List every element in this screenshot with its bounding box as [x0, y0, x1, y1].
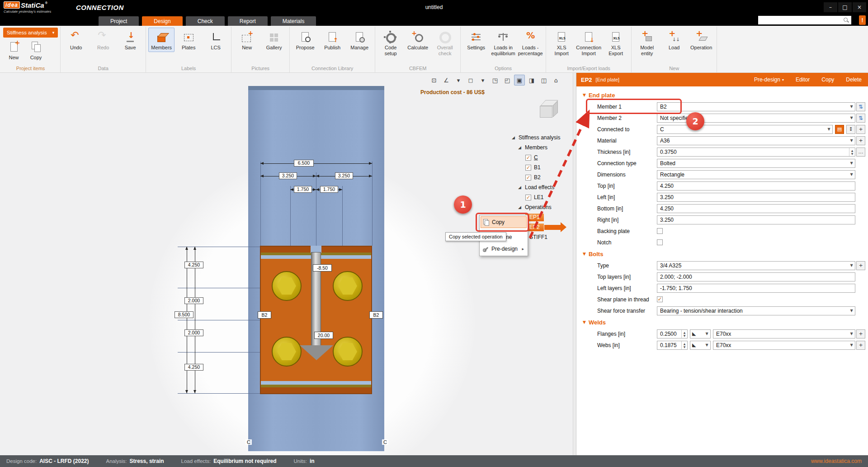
weld-type-icon-select[interactable]: ◣▼ — [690, 341, 711, 350]
tree-item-stiffness-analysis[interactable]: ◢Stiffness analysis — [512, 133, 576, 143]
field-member-1[interactable]: B2▼ — [657, 102, 855, 111]
context-menu-item-pre-design[interactable]: Pre-design▸ — [481, 243, 527, 255]
field-webs-in[interactable]: 0.1875▲▼ — [657, 341, 688, 350]
viewport-toolbar-view-top[interactable]: ◰ — [502, 75, 513, 86]
viewport-toolbar-dimensions-dropdown[interactable]: ▾ — [453, 75, 464, 86]
panel-action-copy[interactable]: Copy — [821, 76, 834, 83]
field-webs-in-electrode[interactable]: E70xx▼ — [713, 341, 855, 350]
ribbon-button-members[interactable]: Members — [148, 28, 175, 52]
website-link[interactable]: www.ideastatica.com — [811, 458, 862, 464]
ribbon-button-loads-percentage[interactable]: Loads - percentage — [517, 28, 543, 57]
bolt[interactable] — [272, 337, 302, 367]
panel-splitter[interactable] — [573, 73, 576, 455]
viewport-toolbar-view-solid[interactable]: ▣ — [514, 75, 525, 86]
notification-button[interactable]: ! — [859, 15, 866, 25]
field-connected-to[interactable]: C▼ — [657, 125, 833, 134]
tree-item-b2[interactable]: ✓B2 — [512, 172, 576, 182]
ribbon-button-gallery[interactable]: Gallery — [261, 28, 287, 52]
tab-materials[interactable]: Materials — [271, 16, 316, 26]
panel-action-editor[interactable]: Editor — [796, 76, 810, 83]
ribbon-button-propose[interactable]: Propose — [292, 28, 318, 52]
context-menu-item-copy[interactable]: Copy — [481, 216, 527, 228]
tree-item-members[interactable]: ◢Members — [512, 143, 576, 152]
search-box[interactable] — [758, 16, 851, 24]
field-material[interactable]: A36▼ — [657, 136, 855, 145]
navigation-cube-front[interactable] — [540, 106, 552, 118]
minimize-button[interactable]: – — [824, 2, 837, 12]
field-type[interactable]: 3/4 A325▼ — [657, 261, 855, 270]
ribbon-button-undo[interactable]: Undo — [63, 28, 89, 52]
ribbon-button-lcs[interactable]: LCS — [203, 28, 229, 52]
ribbon-button-xls-export[interactable]: XLS Export — [603, 28, 629, 57]
tree-item-le1[interactable]: ✓LE1 — [512, 192, 576, 202]
viewport-toolbar-view-axonometry[interactable]: ◳ — [490, 75, 500, 86]
ribbon-button-xls-import[interactable]: XLS Import — [548, 28, 575, 57]
add-button[interactable]: + — [856, 125, 865, 134]
add-button[interactable]: + — [856, 261, 865, 270]
viewport-toolbar-dimensions-toggle[interactable]: ∠ — [441, 75, 452, 86]
ribbon-button-manage[interactable]: Manage — [346, 28, 373, 52]
field-thickness-in[interactable]: 0.3750▲▼ — [657, 148, 855, 157]
field-shear-force-transfer[interactable]: Bearing - tension/shear interaction▼ — [657, 306, 855, 315]
tree-checkbox[interactable]: ✓ — [525, 155, 531, 161]
bolt[interactable] — [333, 271, 363, 301]
close-button[interactable]: × — [853, 2, 866, 12]
field-left-in[interactable]: 3.250 — [657, 193, 855, 202]
field-member-2[interactable]: Not specified▼ — [657, 114, 855, 123]
ribbon-button-copy[interactable]: Copy — [25, 39, 47, 62]
ribbon-button-operation[interactable]: Operation — [688, 28, 714, 52]
panel-action-delete[interactable]: Delete — [846, 76, 862, 83]
ribbon-button-loads-in-equilibrium[interactable]: Loads in equilibrium — [490, 28, 516, 57]
field-right-in[interactable]: 3.250 — [657, 215, 855, 224]
tree-checkbox[interactable]: ✓ — [525, 175, 531, 181]
ribbon-button-connection-import[interactable]: Connection Import — [576, 28, 602, 57]
search-input[interactable] — [760, 18, 843, 23]
field-connection-type[interactable]: Bolted▼ — [657, 159, 855, 168]
direction-button[interactable]: ↕ — [846, 125, 855, 134]
ribbon-button-publish[interactable]: Publish — [319, 28, 345, 52]
field-flanges-in[interactable]: 0.2500▲▼ — [657, 329, 688, 338]
plate-edit-button[interactable]: ▤ — [835, 125, 844, 134]
viewport-toolbar-selection-mode[interactable]: ◻ — [465, 75, 476, 86]
tree-item-c[interactable]: ✓C — [512, 152, 576, 162]
field-notch[interactable] — [657, 239, 663, 245]
viewport-toolbar-fit-view[interactable]: ⊡ — [429, 75, 439, 86]
bolt[interactable] — [333, 337, 363, 367]
ribbon-button-model-entity[interactable]: Model entity — [634, 28, 660, 57]
field-top-layers-in[interactable]: 2.000; -2.000 — [657, 272, 855, 281]
field-bottom-in[interactable]: 4.250 — [657, 204, 855, 213]
section-end-plate[interactable]: ▼End plate — [576, 89, 868, 101]
navigation-cube[interactable] — [533, 95, 562, 124]
ribbon-button-calculate[interactable]: Calculate — [405, 28, 431, 52]
bolt[interactable] — [272, 271, 302, 301]
section-welds[interactable]: ▼Welds — [576, 316, 868, 328]
field-flanges-in-electrode[interactable]: E70xx▼ — [713, 329, 855, 338]
weld-type-icon-select[interactable]: ◣▼ — [690, 329, 711, 338]
ribbon-button-settings[interactable]: Settings — [463, 28, 489, 52]
tree-item-operations[interactable]: ◢Operations — [512, 202, 576, 212]
viewport-canvas[interactable]: 6.500 3.250 3.250 1.750 1.750 4.250 2.00… — [0, 73, 576, 455]
viewport-toolbar-selection-dropdown[interactable]: ▾ — [477, 75, 488, 86]
tree-checkbox[interactable]: ✓ — [525, 195, 531, 200]
tab-project[interactable]: Project — [99, 16, 139, 26]
more-button[interactable]: … — [856, 148, 865, 157]
viewport-toolbar-home-view[interactable]: ⌂ — [551, 75, 561, 86]
ribbon-button-plates[interactable]: Plates — [175, 28, 202, 52]
viewport-toolbar-view-wireframe[interactable]: ◫ — [538, 75, 549, 86]
ribbon-button-new[interactable]: New — [3, 39, 24, 62]
tab-design[interactable]: Design — [142, 16, 182, 26]
section-bolts[interactable]: ▼Bolts — [576, 248, 868, 260]
field-top-in[interactable]: 4.250 — [657, 181, 855, 191]
viewport-toolbar-view-shaded[interactable]: ◨ — [526, 75, 537, 86]
field-left-layers-in[interactable]: -1.750; 1.750 — [657, 284, 855, 293]
ribbon-button-new[interactable]: New — [234, 28, 260, 52]
panel-action-pre-design[interactable]: Pre-design▾ — [754, 76, 784, 83]
ribbon-button-save[interactable]: Save — [117, 28, 143, 52]
tree-checkbox[interactable]: ✓ — [525, 165, 531, 171]
field-shear-plane-in-thread[interactable]: ✓ — [657, 296, 663, 302]
member-picker-button[interactable]: ⇅ — [856, 114, 865, 123]
tab-report[interactable]: Report — [228, 16, 268, 26]
field-backing-plate[interactable] — [657, 228, 663, 234]
maximize-button[interactable]: □ — [838, 2, 852, 12]
add-button[interactable]: + — [856, 341, 865, 350]
